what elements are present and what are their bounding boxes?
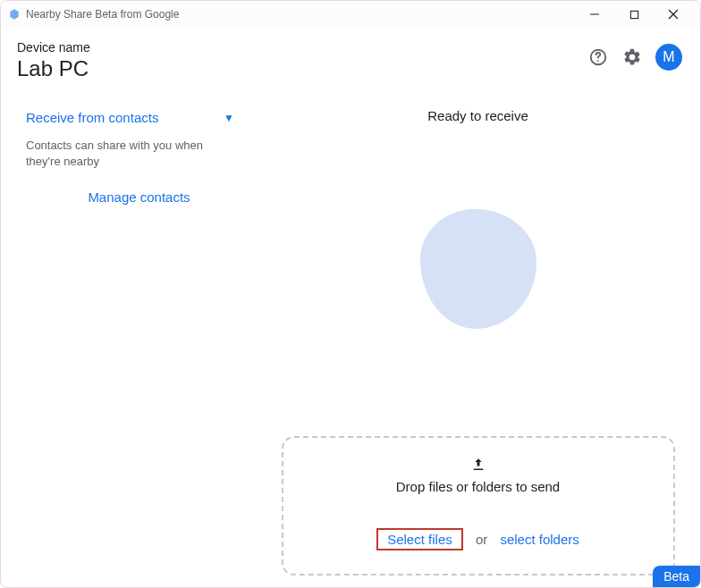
- select-files-link[interactable]: Select files: [382, 528, 458, 550]
- app-header: Device name Lab PC M: [1, 28, 700, 88]
- close-button[interactable]: [654, 1, 693, 28]
- or-text: or: [476, 532, 487, 547]
- chevron-down-icon: ▼: [224, 112, 234, 124]
- main-panel: Ready to receive Drop files or folders t…: [256, 88, 700, 584]
- receive-label: Receive from contacts: [26, 110, 158, 125]
- dropzone[interactable]: Drop files or folders to send Select fil…: [282, 436, 675, 575]
- device-info: Device name Lab PC: [17, 40, 587, 81]
- app-body: Receive from contacts ▼ Contacts can sha…: [1, 88, 700, 584]
- maximize-button[interactable]: [614, 1, 654, 28]
- receive-help-text: Contacts can share with you when they're…: [26, 138, 214, 170]
- select-files-highlight: Select files: [376, 528, 463, 550]
- avatar-initial: M: [663, 49, 674, 65]
- header-actions: M: [587, 40, 682, 71]
- upload-icon: [469, 456, 487, 474]
- gear-icon[interactable]: [621, 46, 643, 68]
- minimize-button[interactable]: [575, 1, 614, 28]
- window-titlebar: Nearby Share Beta from Google: [1, 1, 700, 28]
- select-folders-link[interactable]: select folders: [500, 532, 579, 547]
- window-title: Nearby Share Beta from Google: [26, 8, 575, 21]
- avatar[interactable]: M: [655, 44, 682, 71]
- ready-status: Ready to receive: [427, 108, 528, 123]
- drop-text: Drop files or folders to send: [292, 479, 664, 494]
- svg-point-5: [597, 60, 599, 62]
- device-name: Lab PC: [17, 56, 587, 81]
- svg-rect-1: [630, 11, 638, 18]
- app-icon: [8, 8, 21, 21]
- manage-contacts-link[interactable]: Manage contacts: [26, 189, 234, 205]
- receive-graphic: [420, 209, 536, 329]
- select-row: Select files or select folders: [292, 528, 664, 550]
- sidebar: Receive from contacts ▼ Contacts can sha…: [1, 88, 256, 584]
- device-label: Device name: [17, 40, 587, 55]
- beta-badge: Beta: [653, 566, 700, 587]
- help-icon[interactable]: [587, 46, 609, 68]
- receive-dropdown[interactable]: Receive from contacts ▼: [26, 103, 234, 132]
- window-controls: [575, 1, 693, 28]
